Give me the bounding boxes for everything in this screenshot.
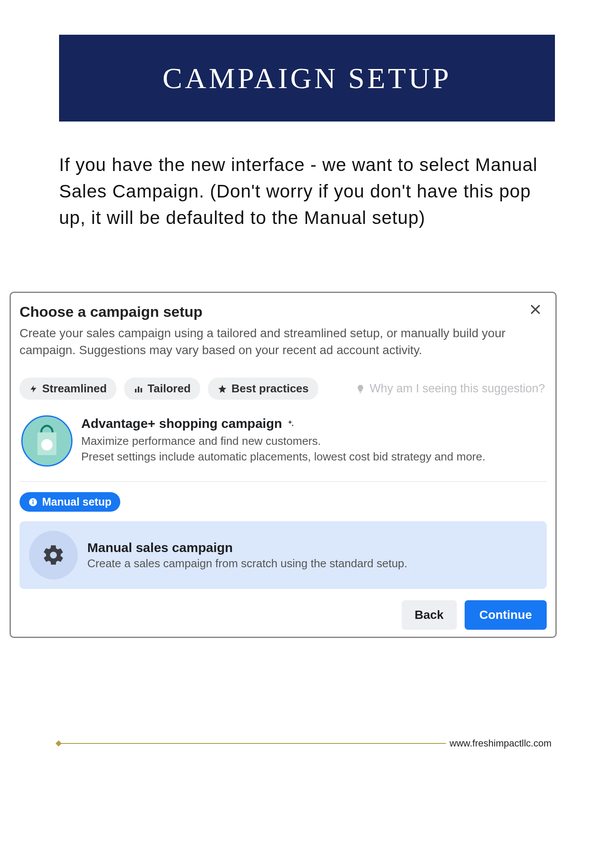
campaign-setup-dialog: Choose a campaign setup Create your sale… bbox=[10, 292, 557, 638]
back-button[interactable]: Back bbox=[402, 600, 457, 630]
pill-best-practices[interactable]: Best practices bbox=[208, 378, 318, 400]
svg-rect-4 bbox=[140, 388, 142, 392]
dialog-subtitle: Create your sales campaign using a tailo… bbox=[20, 325, 523, 358]
close-icon bbox=[530, 304, 541, 315]
pill-label: Best practices bbox=[231, 382, 309, 395]
svg-point-9 bbox=[33, 500, 34, 501]
lightbulb-icon bbox=[356, 384, 365, 394]
option-advantage-title: Advantage+ shopping campaign bbox=[81, 416, 282, 431]
svg-rect-8 bbox=[33, 501, 33, 504]
footer: www.freshimpactllc.com bbox=[59, 738, 555, 749]
option-manual-title: Manual sales campaign bbox=[87, 540, 407, 555]
svg-point-6 bbox=[41, 439, 53, 450]
option-manual[interactable]: Manual sales campaign Create a sales cam… bbox=[20, 521, 547, 589]
option-advantage-text: Advantage+ shopping campaign Maximize pe… bbox=[81, 415, 485, 465]
footer-url: www.freshimpactllc.com bbox=[446, 738, 555, 749]
option-advantage[interactable]: Advantage+ shopping campaign Maximize pe… bbox=[20, 415, 547, 467]
divider bbox=[20, 481, 547, 482]
gear-icon-wrap bbox=[29, 531, 78, 579]
lightning-icon bbox=[29, 384, 38, 394]
continue-button[interactable]: Continue bbox=[465, 600, 547, 630]
dialog-actions: Back Continue bbox=[20, 600, 547, 630]
info-icon bbox=[28, 497, 38, 507]
svg-rect-2 bbox=[135, 389, 137, 392]
footer-line bbox=[59, 743, 446, 744]
page-title: CAMPAIGN SETUP bbox=[162, 61, 451, 95]
option-manual-desc: Create a sales campaign from scratch usi… bbox=[87, 557, 407, 570]
manual-setup-label: Manual setup bbox=[42, 496, 112, 508]
bar-chart-icon bbox=[134, 384, 143, 394]
sparkle-icon bbox=[286, 419, 294, 428]
pill-label: Tailored bbox=[148, 382, 191, 395]
option-advantage-desc2: Preset settings include automatic placem… bbox=[81, 449, 485, 465]
dialog-title: Choose a campaign setup bbox=[20, 303, 547, 320]
header-banner: CAMPAIGN SETUP bbox=[59, 35, 555, 122]
suggestion-hint-text: Why am I seeing this suggestion? bbox=[370, 382, 545, 395]
suggestion-hint-link[interactable]: Why am I seeing this suggestion? bbox=[356, 382, 547, 395]
option-advantage-desc1: Maximize performance and find new custom… bbox=[81, 434, 485, 449]
pill-row: Streamlined Tailored Best practices Why … bbox=[20, 378, 547, 400]
pill-streamlined[interactable]: Streamlined bbox=[20, 378, 116, 400]
instruction-text: If you have the new interface - we want … bbox=[59, 152, 555, 231]
svg-rect-3 bbox=[138, 386, 139, 392]
shopping-bag-icon bbox=[21, 415, 73, 467]
pill-label: Streamlined bbox=[42, 382, 107, 395]
pill-tailored[interactable]: Tailored bbox=[124, 378, 200, 400]
gear-icon bbox=[42, 543, 65, 567]
star-icon bbox=[218, 384, 227, 394]
close-button[interactable] bbox=[527, 301, 544, 318]
manual-setup-pill[interactable]: Manual setup bbox=[20, 492, 120, 512]
